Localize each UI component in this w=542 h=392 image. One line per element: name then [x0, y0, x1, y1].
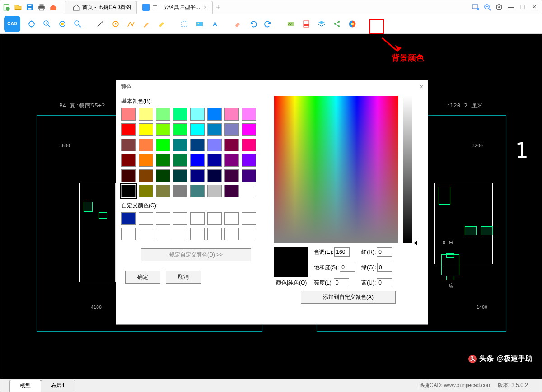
basic-swatch[interactable] [190, 154, 205, 167]
basic-swatch[interactable] [242, 169, 256, 182]
basic-swatch[interactable] [207, 108, 222, 121]
basic-swatch[interactable] [224, 123, 239, 136]
basic-swatch[interactable] [242, 139, 256, 151]
dialog-close-icon[interactable]: × [420, 83, 423, 90]
maximize-button[interactable]: □ [519, 4, 526, 11]
custom-swatch[interactable] [190, 228, 205, 240]
basic-swatch[interactable] [224, 185, 239, 197]
export-image-icon[interactable] [285, 18, 297, 30]
basic-swatch[interactable] [242, 108, 256, 121]
basic-swatch[interactable] [156, 108, 170, 121]
blue-input[interactable] [377, 278, 392, 287]
zoom-window-icon[interactable] [72, 18, 84, 30]
tab-add-button[interactable]: + [216, 3, 220, 11]
basic-swatch[interactable] [121, 185, 136, 197]
close-button[interactable]: × [531, 4, 538, 11]
custom-swatch[interactable] [173, 212, 187, 225]
basic-swatch[interactable] [242, 123, 256, 136]
basic-swatch[interactable] [190, 139, 205, 151]
polyline-tool-icon[interactable] [125, 18, 137, 30]
custom-swatch[interactable] [207, 212, 222, 225]
basic-swatch[interactable] [207, 123, 222, 136]
print-icon[interactable] [37, 3, 46, 11]
basic-swatch[interactable] [173, 154, 187, 167]
cancel-button[interactable]: 取消 [166, 271, 201, 284]
basic-swatch[interactable] [224, 139, 239, 151]
basic-swatch[interactable] [190, 185, 205, 197]
export-pdf-icon[interactable] [300, 18, 312, 30]
monitor-icon[interactable] [472, 4, 479, 11]
add-to-custom-button[interactable]: 添加到自定义颜色(A) [301, 291, 396, 304]
image-tool-icon[interactable] [194, 18, 206, 30]
dialog-titlebar[interactable]: 颜色 × [116, 80, 428, 93]
hue-input[interactable] [334, 247, 350, 257]
open-icon[interactable] [14, 3, 22, 11]
basic-swatch[interactable] [242, 154, 256, 167]
basic-swatch[interactable] [139, 169, 153, 182]
custom-swatch[interactable] [190, 212, 205, 225]
basic-swatch[interactable] [121, 169, 136, 182]
basic-swatch[interactable] [139, 139, 153, 151]
custom-swatch[interactable] [156, 228, 170, 240]
tab-document[interactable]: 二三房经典户型平... × [136, 1, 213, 14]
basic-swatch[interactable] [224, 154, 239, 167]
basic-swatch[interactable] [224, 108, 239, 121]
basic-swatch[interactable] [139, 123, 153, 136]
zoom-extent-icon[interactable] [56, 18, 68, 30]
basic-swatch[interactable] [156, 154, 170, 167]
highlight-tool-icon[interactable] [156, 18, 168, 30]
custom-swatch[interactable] [156, 212, 170, 225]
basic-swatch[interactable] [121, 108, 136, 121]
custom-swatch[interactable] [139, 228, 153, 240]
settings-icon[interactable] [495, 4, 503, 11]
redo-icon[interactable] [262, 18, 274, 30]
basic-swatch[interactable] [207, 169, 222, 182]
eraser-tool-icon[interactable] [232, 18, 243, 30]
zoom-in-icon[interactable]: + [41, 18, 53, 30]
basic-swatch[interactable] [207, 139, 222, 151]
select-rect-icon[interactable] [178, 18, 190, 30]
basic-swatch[interactable] [207, 185, 222, 197]
new-icon[interactable]: + [2, 3, 10, 11]
zoom-out-icon[interactable] [484, 4, 491, 11]
text-tool-icon[interactable]: A [209, 18, 221, 30]
custom-swatch[interactable] [173, 228, 187, 240]
red-input[interactable] [377, 247, 392, 257]
ok-button[interactable]: 确定 [125, 271, 160, 284]
tab-home[interactable]: 首页 - 迅捷CAD看图 [65, 1, 137, 14]
share-icon[interactable] [331, 18, 343, 30]
model-tab[interactable]: 模型 [9, 380, 41, 392]
custom-swatch[interactable] [207, 228, 222, 240]
basic-swatch[interactable] [139, 154, 153, 167]
define-custom-button[interactable]: 规定自定义颜色(D) >> [141, 248, 251, 261]
basic-swatch[interactable] [139, 185, 153, 197]
line-tool-icon[interactable] [94, 18, 106, 30]
layers-icon[interactable] [316, 18, 327, 30]
basic-swatch[interactable] [173, 139, 187, 151]
basic-swatch[interactable] [173, 169, 187, 182]
basic-swatch[interactable] [190, 108, 205, 121]
basic-swatch[interactable] [242, 185, 256, 197]
tab-close-icon[interactable]: × [204, 4, 207, 10]
bg-color-icon[interactable] [346, 18, 358, 30]
home-pic-icon[interactable] [49, 3, 57, 11]
custom-swatch[interactable] [139, 212, 153, 225]
undo-icon[interactable] [247, 18, 259, 30]
basic-swatch[interactable] [173, 108, 187, 121]
basic-swatch[interactable] [156, 139, 170, 151]
minimize-button[interactable]: — [507, 4, 514, 11]
basic-swatch[interactable] [156, 169, 170, 182]
brush-tool-icon[interactable] [140, 18, 152, 30]
basic-swatch[interactable] [224, 169, 239, 182]
save-icon[interactable] [26, 3, 34, 11]
custom-swatch[interactable] [242, 228, 256, 240]
basic-swatch[interactable] [156, 185, 170, 197]
lum-input[interactable] [334, 278, 349, 287]
basic-swatch[interactable] [121, 154, 136, 167]
color-spectrum[interactable] [274, 96, 398, 243]
basic-swatch[interactable] [173, 185, 187, 197]
pan-tool-icon[interactable] [26, 18, 37, 30]
basic-swatch[interactable] [173, 123, 187, 136]
layout1-tab[interactable]: 布局1 [41, 380, 75, 392]
custom-swatch[interactable] [224, 228, 239, 240]
